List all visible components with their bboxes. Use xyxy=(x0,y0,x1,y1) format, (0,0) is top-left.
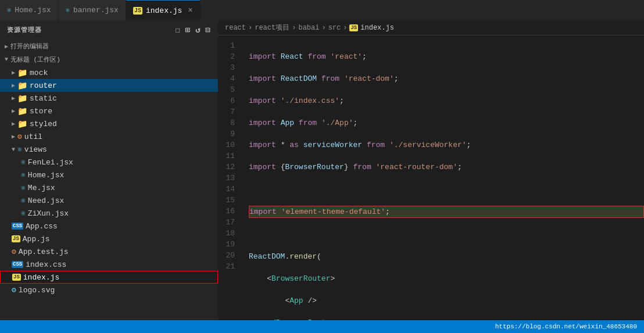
css-icon: CSS xyxy=(12,223,23,230)
code-line-4: import App from './App'; xyxy=(249,117,644,128)
tree-item-label: logo.svg xyxy=(19,286,55,295)
main-layout: 资源管理器 ☐ ⊞ ↺ ⊟ ▶ 打开的编辑器 ▼ 无标题 (工作区) ▶ 📁 m… xyxy=(0,20,644,320)
tree-item-fenlei[interactable]: ⚛ FenLei.jsx xyxy=(0,156,218,169)
tab-home-label: Home.jsx xyxy=(15,6,51,15)
code-line-11: <BrowserRouter> xyxy=(249,273,644,284)
code-line-13: </BrowserRouter>, xyxy=(249,317,644,320)
tree-item-label: ZiXun.jsx xyxy=(28,209,69,218)
folder-icon: 📁 xyxy=(17,94,27,103)
tree-item-label: App.css xyxy=(26,222,58,231)
code-line-10: ReactDOM.render( xyxy=(249,251,644,262)
workspace-section[interactable]: ▼ 无标题 (工作区) xyxy=(0,53,218,66)
chevron-icon: ▼ xyxy=(5,56,8,63)
sep: › xyxy=(292,24,296,32)
tree-item-util[interactable]: ▶ ⚙ util xyxy=(0,130,218,143)
code-line-9 xyxy=(249,229,644,240)
react-icon: ⚛ xyxy=(21,196,26,205)
tree-item-home-jsx[interactable]: ⚛ Home.jsx xyxy=(0,169,218,181)
tree-item-mock[interactable]: ▶ 📁 mock xyxy=(0,66,218,79)
tree-item-app-test[interactable]: ⚙ App.test.js xyxy=(0,245,218,258)
tree-item-zixun[interactable]: ⚛ ZiXun.jsx xyxy=(0,207,218,220)
react-icon: ⚛ xyxy=(21,170,26,180)
line-numbers: 12345 678910 1112131415 1617181920 21 xyxy=(218,35,244,320)
tab-close-button[interactable]: × xyxy=(188,6,192,15)
tree-item-need[interactable]: ⚛ Need.jsx xyxy=(0,194,218,207)
sep: › xyxy=(343,24,347,32)
open-editors-section[interactable]: ▶ 打开的编辑器 xyxy=(0,40,218,53)
tab-home[interactable]: ⚛ Home.jsx xyxy=(0,0,59,20)
sep: › xyxy=(248,24,252,32)
status-bar: https://blog.csdn.net/weixin_48653480 xyxy=(0,320,644,333)
tree-item-store[interactable]: ▶ 📁 store xyxy=(0,105,218,117)
tree-item-label: App.test.js xyxy=(19,248,69,256)
chevron-icon: ▶ xyxy=(12,69,15,76)
tab-banner-label: banner.jsx xyxy=(73,6,119,15)
code-line-5: import * as serviceWorker from './servic… xyxy=(249,139,644,151)
breadcrumb-react: react xyxy=(225,24,246,32)
chevron-icon: ▶ xyxy=(12,133,15,140)
sidebar: 资源管理器 ☐ ⊞ ↺ ⊟ ▶ 打开的编辑器 ▼ 无标题 (工作区) ▶ 📁 m… xyxy=(0,20,218,320)
tree-item-me[interactable]: ⚛ Me.jsx xyxy=(0,181,218,194)
tree-item-label: index.css xyxy=(26,260,66,269)
js-badge: JS xyxy=(349,24,358,31)
open-editors-label: 打开的编辑器 xyxy=(10,42,49,51)
status-url: https://blog.csdn.net/weixin_48653480 xyxy=(495,323,637,330)
tree-item-router[interactable]: ▶ 📁 router xyxy=(0,79,218,92)
tree-item-label: router xyxy=(30,81,57,90)
tree-item-styled[interactable]: ▶ 📁 styled xyxy=(0,117,218,130)
react-icon: ⚛ xyxy=(21,209,26,218)
tree-item-app-js[interactable]: JS App.js xyxy=(0,232,218,245)
tab-index-label: index.js xyxy=(146,6,182,15)
code-content: import React from 'react'; import ReactD… xyxy=(244,35,644,320)
react-icon: ⚛ xyxy=(21,157,26,167)
folder-icon: 📁 xyxy=(17,119,27,129)
logo-icon: ⚙ xyxy=(12,285,16,295)
breadcrumb-current: index.js xyxy=(360,24,394,32)
tab-index[interactable]: JS index.js × xyxy=(126,0,201,20)
tab-banner[interactable]: ⚛ banner.jsx xyxy=(59,0,126,20)
code-line-3: import './index.css'; xyxy=(249,95,644,106)
js-icon: JS xyxy=(133,7,142,15)
sep: › xyxy=(321,24,325,32)
breadcrumb: react › react项目 › babai › src › JS index… xyxy=(218,20,644,35)
tree-item-label: styled xyxy=(30,120,57,128)
chevron-icon: ▶ xyxy=(12,108,15,114)
tree-item-label: Home.jsx xyxy=(28,171,64,180)
collapse-icon[interactable]: ⊟ xyxy=(206,25,211,35)
sidebar-title: 资源管理器 ☐ ⊞ ↺ ⊟ xyxy=(0,20,218,40)
tree-item-views[interactable]: ▼ ⚛ views xyxy=(0,143,218,156)
sidebar-actions: ☐ ⊞ ↺ ⊟ xyxy=(175,25,211,35)
tree-item-index-css[interactable]: CSS index.css xyxy=(0,258,218,271)
code-line-1: import React from 'react'; xyxy=(249,51,644,62)
code-line-6: import {BrowserRouter} from 'react-route… xyxy=(249,162,644,173)
refresh-icon[interactable]: ↺ xyxy=(195,25,201,35)
workspace-label: 无标题 (工作区) xyxy=(10,55,60,64)
code-line-2: import ReactDOM from 'react-dom'; xyxy=(249,73,644,84)
js-icon: JS xyxy=(12,274,21,281)
chevron-icon: ▶ xyxy=(12,95,15,102)
sidebar-title-label: 资源管理器 xyxy=(7,26,42,34)
tree-item-label: Need.jsx xyxy=(28,196,64,205)
chevron-icon: ▶ xyxy=(5,43,8,50)
tree-item-logo[interactable]: ⚙ logo.svg xyxy=(0,284,218,296)
tree-item-index-js[interactable]: JS index.js xyxy=(0,271,218,284)
tree-item-static[interactable]: ▶ 📁 static xyxy=(0,92,218,105)
react-icon: ⚛ xyxy=(66,6,70,15)
code-editor[interactable]: 12345 678910 1112131415 1617181920 21 im… xyxy=(218,35,644,320)
folder-icon: 📁 xyxy=(17,106,27,116)
tree-item-label: store xyxy=(30,107,52,116)
new-folder-icon[interactable]: ⊞ xyxy=(185,25,191,35)
tree-item-app-css[interactable]: CSS App.css xyxy=(0,220,218,232)
tree-item-label: FenLei.jsx xyxy=(28,158,73,167)
chevron-icon: ▶ xyxy=(12,120,15,127)
tree-item-label: util xyxy=(24,133,42,141)
folder-icon: 📁 xyxy=(17,68,27,78)
new-file-icon[interactable]: ☐ xyxy=(175,25,180,35)
breadcrumb-babai: babai xyxy=(298,24,319,32)
folder-icon: 📁 xyxy=(17,81,27,91)
tree-item-label: static xyxy=(30,94,57,103)
js-icon: JS xyxy=(12,235,20,242)
code-line-8: import 'element-theme-default'; xyxy=(249,206,644,218)
tree-item-label: Me.jsx xyxy=(28,184,55,192)
tree-item-label: App.js xyxy=(23,235,50,244)
